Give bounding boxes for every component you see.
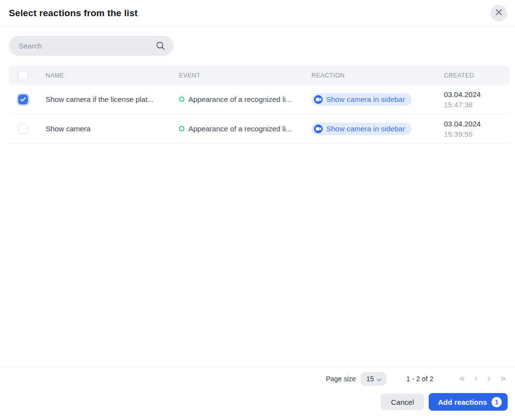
table-header-row: NAME EVENT REACTION CREATED bbox=[9, 66, 509, 85]
close-button[interactable] bbox=[490, 5, 507, 22]
event-status-icon bbox=[179, 126, 184, 131]
pagination-arrows: « ‹ › » bbox=[457, 373, 508, 384]
column-header-name: NAME bbox=[46, 72, 179, 79]
search-input[interactable] bbox=[19, 42, 156, 50]
table-row[interactable]: Show camera Appearance of a recognized l… bbox=[9, 114, 509, 144]
created-cell: 03.04.2024 15:47:38 bbox=[444, 89, 509, 110]
pagination-range: 1 - 2 of 2 bbox=[406, 375, 433, 383]
event-status-icon bbox=[179, 97, 184, 102]
reactions-table: NAME EVENT REACTION CREATED Show camera … bbox=[9, 66, 509, 144]
page-size-label: Page size bbox=[326, 375, 356, 383]
reaction-badge-label: Show camera in sidebar bbox=[326, 124, 405, 133]
modal-title: Select reactions from the list bbox=[9, 8, 138, 19]
content-spacer bbox=[0, 144, 515, 367]
search-icon bbox=[156, 41, 165, 50]
page-size-select[interactable]: 15 bbox=[360, 372, 387, 386]
reaction-badge: Show camera in sidebar bbox=[311, 123, 412, 135]
reaction-badge: Show camera in sidebar bbox=[311, 93, 412, 106]
created-time: 15:39:55 bbox=[444, 129, 509, 139]
first-page-button[interactable]: « bbox=[457, 373, 467, 384]
modal-header: Select reactions from the list bbox=[0, 0, 515, 26]
created-cell: 03.04.2024 15:39:55 bbox=[444, 119, 509, 139]
selected-count-badge: 1 bbox=[491, 397, 502, 407]
reaction-event: Appearance of a recognized li... bbox=[179, 124, 311, 133]
modal-footer: Cancel Add reactions 1 bbox=[0, 390, 515, 420]
reaction-badge-label: Show camera in sidebar bbox=[326, 95, 405, 103]
reaction-cell: Show camera in sidebar bbox=[311, 123, 444, 135]
event-label: Appearance of a recognized li... bbox=[188, 124, 292, 133]
select-reactions-modal: Select reactions from the list NAME EVEN… bbox=[0, 0, 515, 420]
created-time: 15:47:38 bbox=[444, 99, 509, 110]
page-size-value: 15 bbox=[366, 375, 374, 383]
cancel-button[interactable]: Cancel bbox=[381, 394, 424, 410]
search-field[interactable] bbox=[9, 36, 174, 56]
created-date: 03.04.2024 bbox=[444, 89, 509, 99]
reaction-name: Show camera bbox=[46, 124, 179, 133]
next-page-button[interactable]: › bbox=[485, 373, 493, 384]
add-reactions-label: Add reactions bbox=[438, 398, 487, 406]
select-all-checkbox[interactable] bbox=[18, 71, 28, 80]
pagination-bar: Page size 15 1 - 2 of 2 « ‹ › » bbox=[0, 367, 515, 390]
table-row[interactable]: Show camera if the license plat... Appea… bbox=[9, 85, 509, 114]
camera-icon bbox=[314, 124, 323, 133]
checkmark-icon bbox=[20, 95, 26, 104]
close-icon bbox=[495, 9, 502, 17]
chevron-down-icon bbox=[377, 375, 382, 383]
camera-icon bbox=[314, 95, 323, 104]
reaction-cell: Show camera in sidebar bbox=[311, 93, 444, 106]
prev-page-button[interactable]: ‹ bbox=[472, 373, 480, 384]
column-header-created: CREATED bbox=[444, 72, 509, 79]
reaction-event: Appearance of a recognized li... bbox=[179, 95, 311, 103]
event-label: Appearance of a recognized li... bbox=[188, 95, 292, 103]
last-page-button[interactable]: » bbox=[498, 373, 508, 384]
add-reactions-button[interactable]: Add reactions 1 bbox=[429, 393, 508, 411]
row-checkbox[interactable] bbox=[18, 95, 28, 104]
reaction-name: Show camera if the license plat... bbox=[46, 95, 179, 103]
column-header-reaction: REACTION bbox=[311, 72, 444, 79]
row-checkbox[interactable] bbox=[18, 124, 28, 134]
column-header-event: EVENT bbox=[179, 72, 311, 79]
created-date: 03.04.2024 bbox=[444, 119, 509, 129]
